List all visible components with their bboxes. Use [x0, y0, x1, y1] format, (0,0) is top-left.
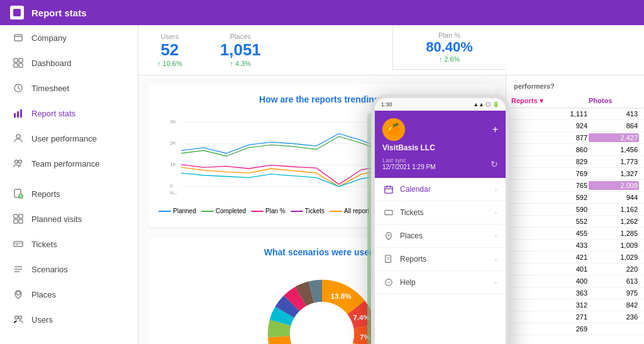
- table-row: 7691,327: [506, 168, 644, 180]
- tickets-icon: [13, 238, 24, 250]
- sidebar-label-company: Company: [31, 33, 67, 43]
- sidebar-item-planned-visits[interactable]: Planned visits: [0, 206, 138, 231]
- photos-cell: 220: [589, 265, 639, 274]
- sidebar-item-team-performance[interactable]: Team performance: [0, 151, 138, 176]
- users-label: Users: [157, 33, 182, 40]
- reports-cell: 421: [511, 253, 589, 262]
- stats-bar: Users 52 ↑ 10.6% Places 1,051 ↑ 4.3%: [138, 25, 644, 75]
- table-row: 271236: [506, 311, 644, 323]
- table-row: 269: [506, 323, 644, 335]
- reports-col-header: Reports ▾: [511, 97, 589, 105]
- sidebar-item-users[interactable]: Users: [0, 307, 138, 332]
- mobile-nav-places[interactable]: Places ›: [375, 225, 506, 248]
- reports-cell: 271: [511, 313, 589, 321]
- table-row: 4551,285: [506, 228, 644, 240]
- mobile-sync-value: 12/7/2021 1:29 PM: [382, 164, 436, 170]
- photos-cell: 944: [589, 193, 639, 202]
- reports-cell: 400: [511, 277, 589, 286]
- right-panel-header: performers?: [506, 75, 644, 94]
- svg-point-68: [388, 235, 390, 236]
- mobile-header: 🍊 + VisitBasis LLC Last sync 12/7/2021 1…: [375, 111, 506, 178]
- mobile-nav-help[interactable]: ? Help ›: [375, 271, 506, 294]
- mobile-logo: 🍊: [382, 118, 405, 141]
- table-row: 312842: [506, 299, 644, 311]
- reports-cell: 1,111: [511, 109, 589, 118]
- users-stat: Users 52 ↑ 10.6%: [157, 33, 182, 67]
- reports-cell: 924: [511, 121, 589, 130]
- mobile-app-overlay: 1:30 ▲▲ ⬡ 🔋 🍊 + VisitBasis LLC Last sync: [371, 94, 509, 344]
- svg-text:0: 0: [170, 183, 173, 189]
- svg-rect-9: [20, 109, 22, 118]
- reports-cell: 590: [511, 205, 589, 214]
- mobile-time: 1:30: [381, 101, 392, 108]
- sidebar-item-timesheet[interactable]: Timesheet: [0, 75, 138, 101]
- svg-rect-3: [19, 58, 23, 62]
- table-row: 4331,009: [506, 240, 644, 252]
- svg-point-27: [19, 316, 22, 319]
- sidebar-label-tickets: Tickets: [31, 240, 57, 249]
- mobile-refresh-button[interactable]: ↻: [491, 159, 498, 169]
- sidebar-item-dashboard[interactable]: Dashboard: [0, 50, 138, 75]
- places-chevron: ›: [495, 233, 497, 240]
- photos-cell: 1,262: [589, 217, 639, 226]
- sidebar-item-user-performance[interactable]: User performance: [0, 126, 138, 151]
- mobile-sync-label: Last sync: [382, 157, 436, 164]
- photos-col-header: Photos: [589, 97, 639, 105]
- plan-label: Plan %: [403, 31, 496, 39]
- app-logo: [10, 6, 24, 19]
- users-icon: [13, 314, 24, 325]
- sidebar-item-company[interactable]: Company: [0, 25, 138, 50]
- photos-cell: 842: [589, 301, 639, 309]
- sidebar-label-reports: Reports: [31, 189, 60, 199]
- svg-text:N...: N...: [170, 190, 178, 196]
- mobile-nav-calendar[interactable]: Calendar ›: [375, 178, 506, 201]
- user-performance-icon: [13, 133, 24, 144]
- mobile-add-button[interactable]: +: [492, 124, 498, 135]
- table-row: 363975: [506, 287, 644, 299]
- mobile-nav: Calendar › Tickets › Place: [375, 178, 506, 294]
- mobile-nav-tickets[interactable]: Tickets ›: [375, 201, 506, 225]
- photos-cell: 1,327: [589, 169, 639, 178]
- places-icon: [13, 289, 24, 300]
- timesheet-icon: [13, 82, 24, 94]
- help-chevron: ›: [495, 279, 497, 286]
- svg-point-26: [15, 316, 18, 319]
- sidebar-item-help[interactable]: ? Help: [0, 337, 138, 344]
- svg-rect-0: [14, 35, 22, 41]
- svg-text:?: ?: [387, 281, 390, 286]
- table-row: 401220: [506, 264, 644, 275]
- photos-cell: 1,456: [589, 145, 639, 154]
- reports-icon: [13, 188, 24, 199]
- places-label: Places: [220, 33, 261, 40]
- photos-cell: 2,009: [589, 181, 639, 190]
- table-row: 5901,162: [506, 204, 644, 216]
- table-row: 5521,262: [506, 216, 644, 228]
- performers-table: Reports ▾ Photos 1,1114139248648772,4278…: [506, 94, 644, 344]
- svg-rect-18: [19, 219, 23, 223]
- photos-cell: 1,009: [589, 241, 639, 250]
- table-row: 924864: [506, 120, 644, 132]
- sidebar-item-scenarios[interactable]: Scenarios: [0, 257, 138, 282]
- sidebar-label-scenarios: Scenarios: [31, 265, 68, 274]
- calendar-nav-icon: [384, 184, 394, 194]
- reports-cell: 765: [511, 181, 589, 190]
- svg-point-10: [16, 135, 20, 138]
- photos-cell: 1,773: [589, 157, 639, 166]
- plan-stat: Plan % 80.40% ↑ 2.6%: [392, 25, 506, 70]
- sidebar-item-places[interactable]: Places: [0, 282, 138, 307]
- sidebar-label-places: Places: [31, 290, 56, 299]
- reports-cell: 860: [511, 145, 589, 154]
- sidebar-item-tickets[interactable]: Tickets: [0, 231, 138, 257]
- sidebar-item-reports[interactable]: Reports: [0, 181, 138, 206]
- reports-cell: 433: [511, 241, 589, 250]
- mobile-tickets-label: Tickets: [400, 208, 424, 217]
- photos-cell: 2,427: [589, 133, 639, 142]
- sidebar-item-report-stats[interactable]: Report stats: [0, 101, 138, 126]
- tickets-chevron: ›: [495, 209, 497, 216]
- help-nav-icon: ?: [384, 277, 394, 287]
- places-value: 1,051: [220, 40, 261, 60]
- svg-rect-2: [14, 58, 18, 62]
- photos-cell: 864: [589, 121, 639, 130]
- mobile-places-label: Places: [400, 231, 423, 240]
- mobile-nav-reports[interactable]: Reports ›: [375, 248, 506, 271]
